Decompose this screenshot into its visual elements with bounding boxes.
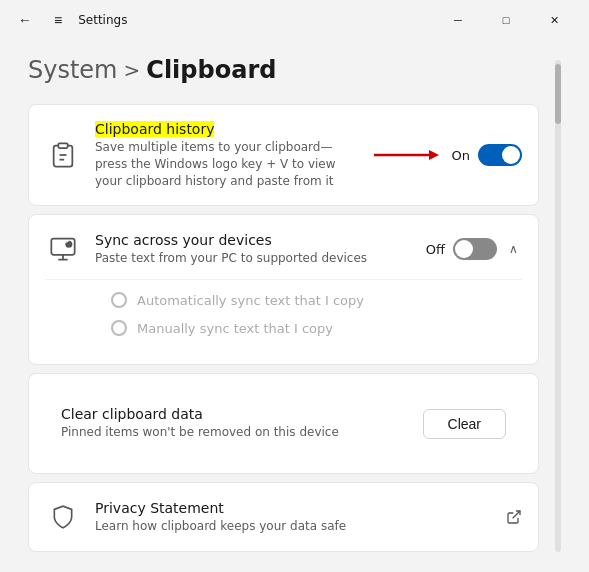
sync-devices-toggle[interactable] xyxy=(453,238,497,260)
close-button[interactable]: ✕ xyxy=(531,4,577,36)
maximize-button[interactable]: □ xyxy=(483,4,529,36)
maximize-icon: □ xyxy=(503,14,510,26)
sync-devices-desc: Paste text from your PC to supported dev… xyxy=(95,250,412,267)
clear-data-row: Clear clipboard data Pinned items won't … xyxy=(45,390,522,457)
sync-expand-button[interactable]: ∧ xyxy=(505,238,522,260)
sync-devices-title: Sync across your devices xyxy=(95,232,412,248)
sync-off-label: Off xyxy=(426,242,445,257)
sync-devices-text: Sync across your devices Paste text from… xyxy=(95,232,412,267)
red-arrow-annotation xyxy=(374,145,444,165)
sync-toggle-knob xyxy=(455,240,473,258)
clipboard-history-control: On xyxy=(374,144,522,166)
clear-data-title: Clear clipboard data xyxy=(61,406,339,422)
minimize-button[interactable]: ─ xyxy=(435,4,481,36)
scrollbar[interactable] xyxy=(555,60,561,552)
breadcrumb: System > Clipboard xyxy=(28,56,539,84)
privacy-icon xyxy=(45,499,81,535)
titlebar-controls: ─ □ ✕ xyxy=(435,4,577,36)
clipboard-history-row: Clipboard history Save multiple items to… xyxy=(45,121,522,189)
breadcrumb-separator: > xyxy=(124,58,141,82)
sync-devices-control: Off ∧ xyxy=(426,238,522,260)
close-icon: ✕ xyxy=(550,14,559,27)
chevron-up-icon: ∧ xyxy=(509,242,518,256)
privacy-title[interactable]: Privacy Statement xyxy=(95,500,492,516)
clipboard-history-title: Clipboard history xyxy=(95,121,360,137)
menu-icon: ≡ xyxy=(54,12,62,28)
back-icon: ← xyxy=(18,12,32,28)
menu-button[interactable]: ≡ xyxy=(48,8,68,32)
back-button[interactable]: ← xyxy=(12,8,38,32)
toggle-on-label: On xyxy=(452,148,470,163)
sync-devices-card: Sync across your devices Paste text from… xyxy=(28,214,539,365)
titlebar: ← ≡ Settings ─ □ ✕ xyxy=(0,0,589,40)
clipboard-history-text: Clipboard history Save multiple items to… xyxy=(95,121,360,189)
sync-devices-row: Sync across your devices Paste text from… xyxy=(45,231,522,267)
titlebar-title: Settings xyxy=(78,13,127,27)
privacy-card: Privacy Statement Learn how clipboard ke… xyxy=(28,482,539,552)
manual-sync-radio[interactable] xyxy=(111,320,127,336)
clear-data-desc: Pinned items won't be removed on this de… xyxy=(61,424,339,441)
titlebar-left: ← ≡ Settings xyxy=(12,8,127,32)
breadcrumb-system[interactable]: System xyxy=(28,56,118,84)
clipboard-history-title-highlighted: Clipboard history xyxy=(95,121,214,137)
clipboard-history-toggle[interactable] xyxy=(478,144,522,166)
privacy-desc: Learn how clipboard keeps your data safe xyxy=(95,518,492,535)
sync-options-panel: Automatically sync text that I copy Manu… xyxy=(45,279,522,348)
svg-marker-4 xyxy=(429,150,439,160)
svg-line-7 xyxy=(513,511,520,518)
auto-sync-option[interactable]: Automatically sync text that I copy xyxy=(111,292,506,308)
clipboard-icon xyxy=(45,137,81,173)
content-area: System > Clipboard Clipboard history xyxy=(0,40,589,572)
privacy-external-link[interactable] xyxy=(506,509,522,525)
privacy-text: Privacy Statement Learn how clipboard ke… xyxy=(95,500,492,535)
clear-data-text: Clear clipboard data Pinned items won't … xyxy=(61,406,339,441)
svg-rect-0 xyxy=(58,144,67,149)
minimize-icon: ─ xyxy=(454,14,462,26)
sync-icon xyxy=(45,231,81,267)
privacy-row: Privacy Statement Learn how clipboard ke… xyxy=(45,499,522,535)
manual-sync-option[interactable]: Manually sync text that I copy xyxy=(111,320,506,336)
auto-sync-radio[interactable] xyxy=(111,292,127,308)
toggle-knob xyxy=(502,146,520,164)
clipboard-history-desc: Save multiple items to your clipboard—pr… xyxy=(95,139,360,189)
clear-data-card: Clear clipboard data Pinned items won't … xyxy=(28,373,539,474)
breadcrumb-current: Clipboard xyxy=(146,56,276,84)
manual-sync-label: Manually sync text that I copy xyxy=(137,321,333,336)
clipboard-history-card: Clipboard history Save multiple items to… xyxy=(28,104,539,206)
scrollbar-thumb[interactable] xyxy=(555,64,561,124)
clear-button[interactable]: Clear xyxy=(423,409,506,439)
auto-sync-label: Automatically sync text that I copy xyxy=(137,293,364,308)
main-panel: System > Clipboard Clipboard history xyxy=(28,56,539,556)
